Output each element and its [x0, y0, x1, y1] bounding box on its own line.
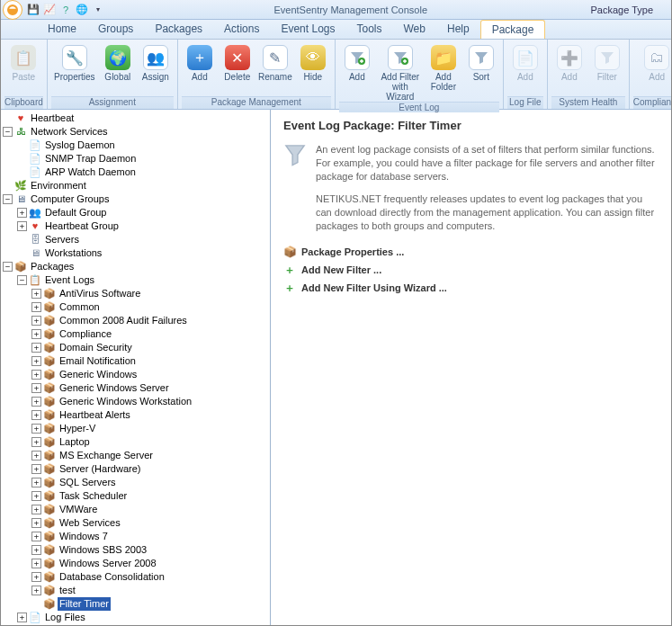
expand-icon[interactable]: + [31, 356, 41, 366]
eventlog-add-button[interactable]: Add [339, 43, 375, 82]
expand-icon[interactable]: + [31, 316, 41, 326]
tab-package[interactable]: Package [480, 20, 546, 39]
add-folder-button[interactable]: 📁 Add Folder [426, 43, 461, 92]
tree-event-log-package[interactable]: +📦Task Scheduler [30, 489, 270, 503]
tree-packages[interactable]: −📦Packages −📋Event Logs +📦AntiVirus Soft… [1, 260, 270, 625]
expand-icon[interactable]: + [31, 343, 41, 353]
tree-event-log-package[interactable]: +📦Compliance [30, 327, 270, 341]
global-button[interactable]: 🌍 Global [100, 43, 136, 82]
tree-event-log-package[interactable]: +📦Windows 7 [30, 530, 270, 543]
expand-icon[interactable]: + [31, 424, 41, 434]
tab-tools[interactable]: Tools [345, 20, 392, 39]
tree-snmp-trap-daemon[interactable]: 📄SNMP Trap Daemon [15, 152, 270, 165]
expand-icon[interactable]: + [31, 505, 41, 514]
tree-arp-watch-daemon[interactable]: 📄ARP Watch Daemon [15, 165, 270, 179]
expand-icon[interactable]: + [31, 397, 41, 407]
tree-event-log-package[interactable]: +📦AntiVirus Software [30, 287, 270, 300]
tree-event-log-package[interactable]: +📦Common 2008 Audit Failures [30, 314, 270, 327]
add-new-filter-wizard-link[interactable]: ＋ Add New Filter Using Wizard ... [283, 282, 659, 294]
navigation-tree[interactable]: ♥Heartbeat −🖧Network Services 📄Syslog Da… [1, 110, 271, 625]
expand-icon[interactable]: + [31, 383, 41, 393]
delete-button[interactable]: ✕ Delete [220, 43, 255, 82]
tree-network-services[interactable]: −🖧Network Services 📄Syslog Daemon 📄SNMP … [1, 125, 270, 179]
expand-icon[interactable]: + [17, 613, 27, 622]
expand-icon[interactable]: + [31, 518, 41, 528]
tree-event-log-package[interactable]: +📦VMWare [30, 503, 270, 516]
assign-button[interactable]: 👥 Assign [138, 43, 174, 82]
tree-workstations[interactable]: 🖥Workstations [15, 246, 270, 260]
expand-icon[interactable]: + [31, 545, 41, 555]
tree-servers[interactable]: 🗄Servers [15, 233, 270, 246]
tab-help[interactable]: Help [436, 20, 480, 39]
web-icon[interactable]: 🌐 [75, 3, 89, 17]
tree-syslog-daemon[interactable]: 📄Syslog Daemon [15, 139, 270, 152]
collapse-icon[interactable]: − [3, 194, 13, 204]
tab-home[interactable]: Home [37, 20, 87, 39]
add-new-filter-link[interactable]: ＋ Add New Filter ... [283, 264, 659, 276]
add-button[interactable]: ＋ Add [182, 43, 218, 82]
save-icon[interactable]: 💾 [26, 3, 40, 17]
tree-event-log-package[interactable]: +📦Web Services [30, 516, 270, 530]
expand-icon[interactable]: + [31, 451, 41, 461]
tree-event-log-package[interactable]: +📦Laptop [30, 435, 270, 449]
expand-icon[interactable]: + [31, 478, 41, 487]
sort-button[interactable]: Sort [463, 43, 499, 82]
expand-icon[interactable]: + [31, 532, 41, 541]
expand-icon[interactable]: + [31, 289, 41, 299]
tree-computer-groups[interactable]: −🖥Computer Groups +👥Default Group +♥Hear… [1, 192, 270, 260]
collapse-icon[interactable]: − [17, 275, 27, 285]
tree-event-log-package[interactable]: +📦test [30, 584, 270, 597]
expand-icon[interactable]: + [31, 586, 41, 595]
expand-icon[interactable]: + [31, 437, 41, 447]
tree-heartbeat[interactable]: ♥Heartbeat [1, 112, 270, 125]
collapse-icon[interactable]: − [3, 127, 13, 137]
expand-icon[interactable]: + [31, 572, 41, 582]
package-properties-link[interactable]: 📦 Package Properties ... [283, 246, 659, 258]
expand-icon[interactable]: + [31, 559, 41, 568]
expand-icon[interactable]: + [31, 491, 41, 501]
tree-event-log-package[interactable]: +📦Common [30, 300, 270, 314]
tree-system-health[interactable]: +✚System Health [15, 624, 270, 625]
expand-icon[interactable]: + [17, 208, 27, 218]
add-filter-wizard-button[interactable]: Add Filter with Wizard [377, 43, 424, 102]
tree-event-log-package[interactable]: +📦Generic Windows Workstation [30, 395, 270, 408]
tab-packages[interactable]: Packages [144, 20, 213, 39]
tree-event-log-package[interactable]: +📦Hyper-V [30, 422, 270, 435]
tree-default-group[interactable]: +👥Default Group [15, 206, 270, 219]
chart-icon[interactable]: 📈 [42, 3, 57, 17]
tree-environment[interactable]: 🌿Environment [1, 179, 270, 192]
qat-dropdown-icon[interactable]: ▾ [91, 3, 105, 17]
tree-event-log-package[interactable]: +📦MS Exchange Server [30, 449, 270, 462]
tab-event-logs[interactable]: Event Logs [270, 20, 345, 39]
expand-icon[interactable]: + [31, 302, 41, 312]
hide-button[interactable]: 👁 Hide [295, 43, 331, 82]
tree-event-logs[interactable]: −📋Event Logs +📦AntiVirus Software+📦Commo… [15, 273, 270, 611]
expand-icon[interactable]: + [31, 410, 41, 420]
expand-icon[interactable]: + [17, 221, 27, 231]
app-logo-icon[interactable] [3, 0, 22, 20]
expand-icon[interactable]: + [31, 370, 41, 380]
rename-button[interactable]: ✎ Rename [257, 43, 293, 82]
expand-icon[interactable]: + [31, 329, 41, 339]
tree-event-log-package[interactable]: +📦Heartbeat Alerts [30, 408, 270, 422]
tree-event-log-package[interactable]: +📦SQL Servers [30, 476, 270, 489]
tree-event-log-package[interactable]: +📦Server (Hardware) [30, 462, 270, 476]
tree-event-log-package[interactable]: +📦Generic Windows Server [30, 381, 270, 395]
tree-event-log-package[interactable]: +📦Generic Windows [30, 368, 270, 381]
group-label-assignment: Assignment [51, 96, 174, 109]
tree-heartbeat-group[interactable]: +♥Heartbeat Group [15, 219, 270, 233]
expand-icon[interactable]: + [31, 464, 41, 474]
collapse-icon[interactable]: − [3, 262, 13, 272]
tab-groups[interactable]: Groups [87, 20, 144, 39]
tree-log-files[interactable]: +📄Log Files [15, 611, 270, 624]
tab-web[interactable]: Web [393, 20, 436, 39]
tree-event-log-package[interactable]: +📦Email Notification [30, 354, 270, 368]
tree-event-log-package[interactable]: +📦Windows SBS 2003 [30, 543, 270, 557]
tab-actions[interactable]: Actions [213, 20, 270, 39]
properties-button[interactable]: 🔧 Properties [51, 43, 98, 82]
tree-filter-timer[interactable]: 📦Filter Timer [30, 597, 270, 611]
help-icon[interactable]: ? [58, 3, 73, 17]
tree-event-log-package[interactable]: +📦Database Consolidation [30, 570, 270, 584]
tree-event-log-package[interactable]: +📦Windows Server 2008 [30, 557, 270, 570]
tree-event-log-package[interactable]: +📦Domain Security [30, 341, 270, 354]
